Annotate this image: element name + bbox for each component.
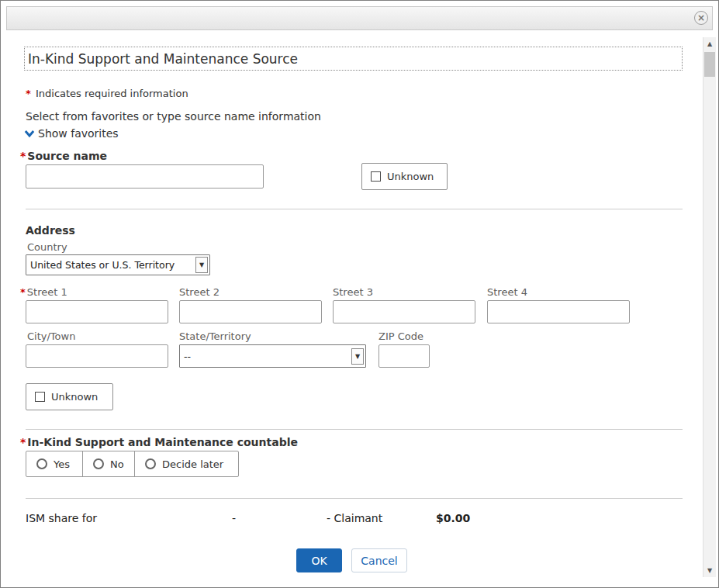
state-select-value: -- xyxy=(180,351,351,362)
countable-radio-group: Yes No Decide later xyxy=(26,451,239,477)
dialog-title-box: In-Kind Support and Maintenance Source xyxy=(24,47,683,71)
chevron-down-icon: ▼ xyxy=(351,348,364,365)
favorites-prompt: Select from favorites or type source nam… xyxy=(26,110,321,123)
street4-label: Street 4 xyxy=(487,286,527,298)
ism-share-prefix: ISM share for xyxy=(26,512,97,524)
checkbox-icon xyxy=(35,392,45,402)
required-asterisk: * xyxy=(26,88,31,99)
zip-input[interactable] xyxy=(379,344,430,368)
close-icon[interactable]: × xyxy=(694,11,708,25)
required-asterisk: * xyxy=(20,436,26,448)
scroll-down-icon[interactable]: ▼ xyxy=(703,564,716,577)
chevron-down-icon: ▼ xyxy=(195,257,208,273)
section-divider xyxy=(26,209,683,209)
radio-icon xyxy=(145,458,156,469)
street3-label: Street 3 xyxy=(333,286,373,298)
ism-share-amount: $0.00 xyxy=(436,512,470,524)
radio-option-decide-later[interactable]: Decide later xyxy=(135,451,238,476)
section-divider xyxy=(26,429,683,430)
dialog-window: × ▲ ▼ In-Kind Support and Maintenance So… xyxy=(0,0,719,588)
radio-label-yes: Yes xyxy=(54,458,70,470)
street2-input[interactable] xyxy=(179,300,322,323)
radio-option-yes[interactable]: Yes xyxy=(26,451,83,476)
street3-input[interactable] xyxy=(333,300,475,323)
scroll-up-icon[interactable]: ▲ xyxy=(703,37,716,50)
state-label: State/Territory xyxy=(179,330,251,342)
dialog-titlebar: × xyxy=(6,6,713,30)
page-title: In-Kind Support and Maintenance Source xyxy=(25,51,298,67)
ism-share-value2: - Claimant xyxy=(327,512,382,524)
checkbox-icon xyxy=(371,171,381,182)
zip-label: ZIP Code xyxy=(379,330,423,342)
ism-share-value1: - xyxy=(232,512,236,524)
radio-icon xyxy=(36,458,47,469)
section-divider xyxy=(26,498,683,499)
chevron-down-icon xyxy=(24,129,35,138)
cancel-button[interactable]: Cancel xyxy=(351,548,407,572)
required-note-text: Indicates required information xyxy=(36,88,188,99)
vertical-scrollbar[interactable]: ▲ ▼ xyxy=(703,37,716,577)
source-name-input[interactable] xyxy=(26,164,264,189)
city-input[interactable] xyxy=(26,344,168,368)
scrollbar-thumb[interactable] xyxy=(704,52,715,77)
country-select[interactable]: United States or U.S. Territory ▼ xyxy=(26,254,210,275)
street1-label: *Street 1 xyxy=(20,286,67,298)
required-asterisk: * xyxy=(20,150,26,162)
source-name-label: *Source name xyxy=(20,150,107,162)
required-asterisk: * xyxy=(20,286,26,298)
ok-button[interactable]: OK xyxy=(296,548,342,572)
street1-input[interactable] xyxy=(26,300,168,323)
state-select[interactable]: -- ▼ xyxy=(179,344,366,368)
city-label: City/Town xyxy=(27,330,75,342)
street4-input[interactable] xyxy=(487,300,630,323)
address-unknown-label: Unknown xyxy=(51,391,98,403)
source-unknown-label: Unknown xyxy=(387,171,434,182)
countable-label: *In-Kind Support and Maintenance countab… xyxy=(20,436,298,448)
country-select-value: United States or U.S. Territory xyxy=(26,259,195,271)
radio-label-no: No xyxy=(110,458,124,470)
required-note: * Indicates required information xyxy=(26,88,188,99)
street2-label: Street 2 xyxy=(179,286,220,298)
show-favorites-label: Show favorites xyxy=(38,127,119,140)
address-unknown-checkbox[interactable]: Unknown xyxy=(26,383,113,410)
source-unknown-checkbox[interactable]: Unknown xyxy=(361,163,448,190)
address-heading: Address xyxy=(26,224,75,237)
country-label: Country xyxy=(27,241,67,253)
radio-option-no[interactable]: No xyxy=(83,451,135,476)
radio-icon xyxy=(93,458,104,469)
radio-label-decide-later: Decide later xyxy=(162,458,223,470)
show-favorites-link[interactable]: Show favorites xyxy=(24,127,119,140)
